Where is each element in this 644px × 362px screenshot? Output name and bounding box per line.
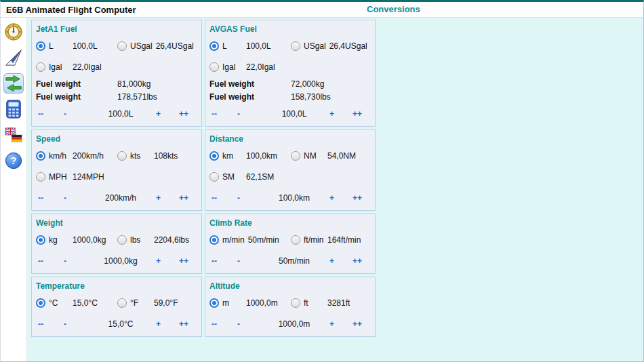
decrement-large-button[interactable]: -- <box>209 319 235 329</box>
unit-label[interactable]: m/min <box>222 235 245 245</box>
increment-button[interactable]: + <box>327 193 350 203</box>
radio-avgas-fuel-usgal[interactable] <box>291 41 300 51</box>
unit-label[interactable]: lbs <box>130 235 150 245</box>
unit-label[interactable]: L <box>49 41 69 51</box>
decrement-large-button[interactable]: -- <box>36 319 62 329</box>
increment-button[interactable]: + <box>327 109 350 119</box>
radio-distance-sm[interactable] <box>209 172 219 182</box>
increment-large-button[interactable]: ++ <box>350 109 371 119</box>
increment-large-button[interactable]: ++ <box>350 319 371 329</box>
option-row: m1000,0mft3281ft <box>209 292 371 313</box>
unit-label[interactable]: SM <box>222 172 243 182</box>
decrement-large-button[interactable]: -- <box>36 193 62 203</box>
unit-label[interactable]: °C <box>49 298 69 308</box>
sidebar-item-e6b-computer[interactable] <box>3 22 24 42</box>
sidebar-item-flight-plan[interactable] <box>3 47 24 68</box>
decrement-large-button[interactable]: -- <box>209 193 235 203</box>
decrement-button[interactable]: - <box>62 256 87 266</box>
unit-label[interactable]: Igal <box>222 62 243 72</box>
panel-distance: Distancekm100,0kmNM54,0NMSM62,1SM---100,… <box>205 129 376 211</box>
radio-weight-lbs[interactable] <box>117 235 127 245</box>
radio-weight-kg[interactable] <box>36 235 45 245</box>
increment-large-button[interactable]: ++ <box>177 256 197 266</box>
sidebar-item-language[interactable] <box>3 125 24 145</box>
decrement-button[interactable]: - <box>235 193 261 203</box>
radio-climb-rate-ft-min[interactable] <box>291 235 300 245</box>
unit-value: 1000,0m <box>246 298 278 308</box>
unit-value: 26,4USgal <box>156 41 194 51</box>
decrement-large-button[interactable]: -- <box>209 109 235 119</box>
unit-label[interactable]: USgal <box>304 41 326 51</box>
unit-value: 2204,6lbs <box>154 235 189 245</box>
radio-climb-rate-m-min[interactable] <box>209 235 219 245</box>
decrement-button[interactable]: - <box>62 319 87 329</box>
option-row: km100,0kmNM54,0NM <box>209 145 371 166</box>
radio-speed-mph[interactable] <box>36 172 45 182</box>
increment-button[interactable]: + <box>154 256 177 266</box>
radio-avgas-fuel-igal[interactable] <box>209 62 219 72</box>
info-value: 158,730lbs <box>291 92 331 102</box>
panel-title: Distance <box>209 134 371 144</box>
unit-label[interactable]: ft <box>304 298 324 308</box>
swap-arrows-icon <box>4 74 23 93</box>
sidebar-item-help[interactable]: ? <box>3 150 24 171</box>
unit-option-kg: kg1000,0kg <box>36 235 117 245</box>
radio-jeta1-fuel-igal[interactable] <box>36 62 45 72</box>
decrement-button[interactable]: - <box>235 109 261 119</box>
unit-label[interactable]: L <box>222 41 243 51</box>
decrement-large-button[interactable]: -- <box>36 109 62 119</box>
increment-large-button[interactable]: ++ <box>177 319 197 329</box>
stepper: ---15,0°C+++ <box>36 315 197 334</box>
increment-button[interactable]: + <box>154 193 177 203</box>
conversions-page: JetA1 FuelL100,0LUSgal26,4USgalIgal22,0I… <box>27 18 643 361</box>
e6b-computer-icon <box>4 22 23 41</box>
unit-label[interactable]: MPH <box>49 172 69 182</box>
increment-large-button[interactable]: ++ <box>177 109 197 119</box>
panel-title: Speed <box>36 134 197 144</box>
unit-label[interactable]: Igal <box>49 62 69 72</box>
radio-temperature-c[interactable] <box>36 298 45 308</box>
radio-altitude-m[interactable] <box>209 298 219 308</box>
unit-label[interactable]: ft/min <box>304 235 324 245</box>
increment-large-button[interactable]: ++ <box>350 193 371 203</box>
stepper-value: 15,0°C <box>87 319 154 329</box>
unit-label[interactable]: USgal <box>130 41 153 51</box>
decrement-large-button[interactable]: -- <box>209 256 235 266</box>
unit-value: 3281ft <box>327 298 350 308</box>
sidebar-item-calculator[interactable] <box>3 99 24 119</box>
decrement-button[interactable]: - <box>235 319 261 329</box>
radio-altitude-ft[interactable] <box>291 298 300 308</box>
unit-label[interactable]: km <box>222 151 243 161</box>
radio-distance-nm[interactable] <box>291 151 300 161</box>
radio-speed-kts[interactable] <box>117 151 127 161</box>
unit-label[interactable]: kts <box>130 151 150 161</box>
unit-value: 62,1SM <box>246 172 274 182</box>
radio-avgas-fuel-l[interactable] <box>209 41 219 51</box>
decrement-button[interactable]: - <box>62 193 87 203</box>
option-row: Igal22,0Igal <box>209 56 371 77</box>
decrement-button[interactable]: - <box>62 109 87 119</box>
increment-large-button[interactable]: ++ <box>350 256 371 266</box>
unit-value: 22,0Igal <box>246 62 275 72</box>
radio-jeta1-fuel-l[interactable] <box>36 41 45 51</box>
unit-label[interactable]: km/h <box>49 151 69 161</box>
panel-temperature: Temperature°C15,0°C°F59,0°F---15,0°C+++ <box>31 277 202 337</box>
increment-button[interactable]: + <box>154 109 177 119</box>
radio-jeta1-fuel-usgal[interactable] <box>117 41 127 51</box>
increment-large-button[interactable]: ++ <box>177 193 197 203</box>
sidebar: ? <box>1 18 27 361</box>
increment-button[interactable]: + <box>327 256 350 266</box>
unit-label[interactable]: °F <box>130 298 150 308</box>
increment-button[interactable]: + <box>327 319 350 329</box>
radio-temperature-f[interactable] <box>117 298 127 308</box>
sidebar-item-conversions[interactable] <box>3 73 24 94</box>
unit-label[interactable]: kg <box>49 235 69 245</box>
unit-value: 15,0°C <box>73 298 98 308</box>
unit-label[interactable]: m <box>222 298 243 308</box>
unit-label[interactable]: NM <box>304 151 324 161</box>
radio-speed-km-h[interactable] <box>36 151 45 161</box>
radio-distance-km[interactable] <box>209 151 219 161</box>
decrement-button[interactable]: - <box>235 256 261 266</box>
decrement-large-button[interactable]: -- <box>36 256 62 266</box>
increment-button[interactable]: + <box>154 319 177 329</box>
